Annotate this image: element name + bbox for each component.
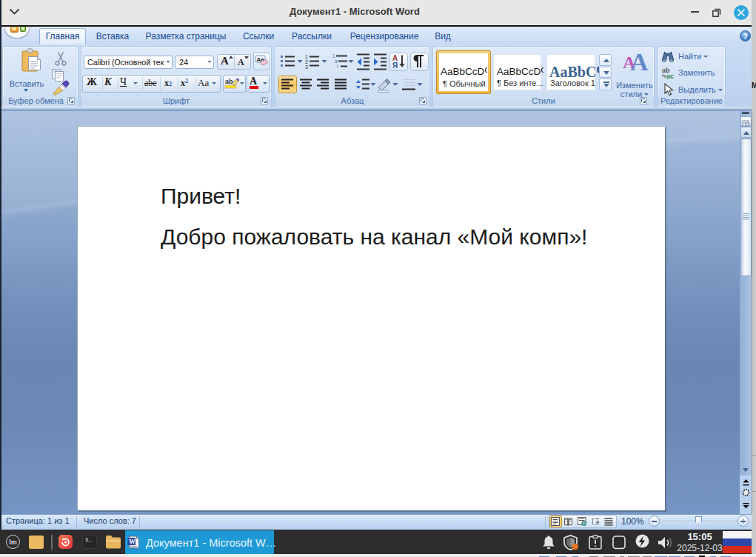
- svg-text:А: А: [392, 54, 398, 62]
- svg-text:Я: Я: [392, 61, 398, 70]
- svg-text:1: 1: [332, 53, 335, 59]
- svg-text:1: 1: [305, 54, 308, 59]
- svg-text:ac: ac: [666, 73, 674, 79]
- svg-text:2: 2: [305, 59, 308, 64]
- svg-text:i: i: [337, 64, 338, 69]
- svg-text:W: W: [129, 538, 136, 545]
- svg-text:3: 3: [305, 64, 308, 70]
- svg-text:a: a: [335, 59, 338, 64]
